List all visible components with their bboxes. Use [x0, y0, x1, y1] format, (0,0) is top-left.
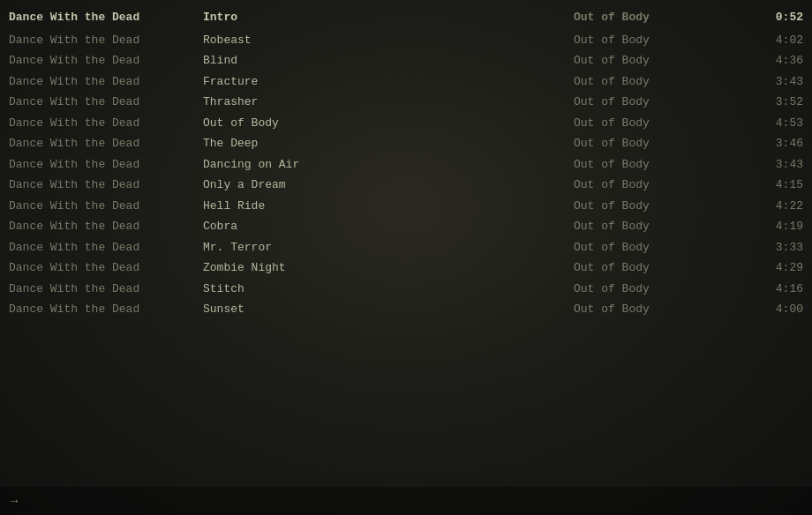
track-title: Thrasher	[203, 93, 574, 111]
track-row[interactable]: Dance With the DeadCobraOut of Body4:19	[0, 216, 812, 237]
track-duration: 3:33	[750, 239, 803, 257]
track-duration: 4:19	[750, 218, 803, 235]
track-artist: Dance With the Dead	[9, 301, 203, 318]
track-artist: Dance With the Dead	[9, 198, 203, 215]
track-artist: Dance With the Dead	[9, 259, 203, 277]
track-list-header: Dance With the Dead Intro Out of Body 0:…	[0, 7, 812, 30]
track-row[interactable]: Dance With the DeadMr. TerrorOut of Body…	[0, 237, 812, 258]
track-artist: Dance With the Dead	[9, 115, 203, 132]
track-title: Sunset	[203, 301, 574, 318]
track-title: Mr. Terror	[203, 239, 574, 257]
track-album: Out of Body	[574, 280, 750, 298]
track-album: Out of Body	[574, 259, 750, 277]
track-artist: Dance With the Dead	[9, 135, 203, 153]
track-title: Dancing on Air	[203, 156, 574, 174]
track-title: Zombie Night	[203, 259, 574, 277]
track-title: Fracture	[203, 73, 574, 91]
track-duration: 4:15	[750, 176, 803, 194]
header-duration: 0:52	[750, 9, 803, 26]
track-title: Only a Dream	[203, 176, 574, 194]
header-artist: Dance With the Dead	[9, 9, 203, 26]
header-album: Out of Body	[574, 9, 750, 26]
track-row[interactable]: Dance With the DeadThrasherOut of Body3:…	[0, 92, 812, 113]
track-album: Out of Body	[574, 176, 750, 194]
track-album: Out of Body	[574, 32, 750, 49]
track-title: The Deep	[203, 135, 574, 153]
track-row[interactable]: Dance With the DeadStitchOut of Body4:16	[0, 279, 812, 300]
track-album: Out of Body	[574, 73, 750, 91]
track-row[interactable]: Dance With the DeadHell RideOut of Body4…	[0, 196, 812, 217]
track-title: Hell Ride	[203, 198, 574, 215]
track-album: Out of Body	[574, 115, 750, 132]
track-album: Out of Body	[574, 239, 750, 257]
track-row[interactable]: Dance With the DeadThe DeepOut of Body3:…	[0, 133, 812, 154]
track-row[interactable]: Dance With the DeadOnly a DreamOut of Bo…	[0, 175, 812, 196]
track-album: Out of Body	[574, 135, 750, 153]
track-title: Blind	[203, 52, 574, 70]
header-title: Intro	[203, 9, 574, 26]
track-row[interactable]: Dance With the DeadSunsetOut of Body4:00	[0, 299, 812, 320]
track-duration: 3:46	[750, 135, 803, 153]
track-artist: Dance With the Dead	[9, 32, 203, 49]
arrow-icon: →	[11, 494, 18, 508]
track-artist: Dance With the Dead	[9, 239, 203, 257]
track-title: Robeast	[203, 32, 574, 49]
track-artist: Dance With the Dead	[9, 52, 203, 70]
bottom-bar: →	[0, 487, 812, 515]
track-duration: 4:02	[750, 32, 803, 49]
track-duration: 4:22	[750, 198, 803, 215]
track-duration: 4:00	[750, 301, 803, 318]
track-row[interactable]: Dance With the DeadFractureOut of Body3:…	[0, 71, 812, 93]
track-title: Stitch	[203, 280, 574, 298]
track-row[interactable]: Dance With the DeadZombie NightOut of Bo…	[0, 258, 812, 279]
track-album: Out of Body	[574, 198, 750, 215]
track-row[interactable]: Dance With the DeadOut of BodyOut of Bod…	[0, 113, 812, 134]
track-duration: 4:29	[750, 259, 803, 277]
track-duration: 4:36	[750, 52, 803, 70]
track-artist: Dance With the Dead	[9, 176, 203, 194]
track-album: Out of Body	[574, 218, 750, 235]
track-duration: 3:43	[750, 156, 803, 174]
track-artist: Dance With the Dead	[9, 280, 203, 298]
track-artist: Dance With the Dead	[9, 218, 203, 235]
track-row[interactable]: Dance With the DeadRobeastOut of Body4:0…	[0, 30, 812, 51]
track-title: Out of Body	[203, 115, 574, 132]
track-row[interactable]: Dance With the DeadDancing on AirOut of …	[0, 154, 812, 175]
track-duration: 4:16	[750, 280, 803, 298]
track-album: Out of Body	[574, 52, 750, 70]
track-duration: 3:52	[750, 93, 803, 111]
track-row[interactable]: Dance With the DeadBlindOut of Body4:36	[0, 50, 812, 71]
track-artist: Dance With the Dead	[9, 73, 203, 91]
track-artist: Dance With the Dead	[9, 156, 203, 174]
track-artist: Dance With the Dead	[9, 93, 203, 111]
track-title: Cobra	[203, 218, 574, 235]
track-album: Out of Body	[574, 93, 750, 111]
track-duration: 4:53	[750, 115, 803, 132]
track-album: Out of Body	[574, 301, 750, 318]
track-duration: 3:43	[750, 73, 803, 91]
track-list: Dance With the Dead Intro Out of Body 0:…	[0, 0, 812, 327]
track-album: Out of Body	[574, 156, 750, 174]
